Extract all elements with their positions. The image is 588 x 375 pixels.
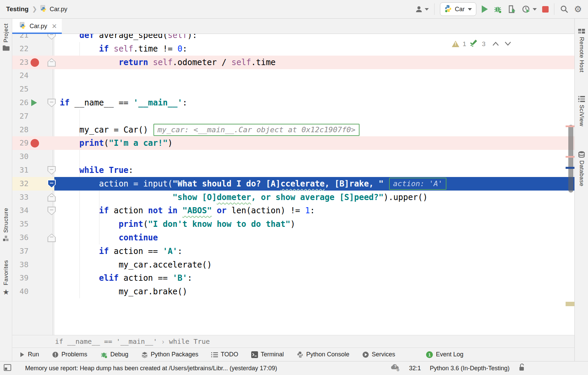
gutter-line-35[interactable]: 35 — [12, 217, 54, 231]
scrollbar-thumb[interactable] — [568, 125, 573, 193]
unlock-icon[interactable] — [518, 363, 525, 373]
code-line-32[interactable]: 32 action = input("What should I do? [A]… — [12, 177, 574, 191]
stripe-button-remote-host[interactable]: Remote Host — [575, 28, 588, 73]
debug-icon[interactable] — [493, 5, 502, 14]
fold-marker-icon[interactable] — [48, 206, 56, 215]
code-line-23[interactable]: 23 return self.odometer / self.time — [12, 56, 574, 69]
code-line-33[interactable]: 33 "show [O]dometer, or show average [S]… — [12, 191, 574, 204]
stripe-button-database[interactable]: Database — [575, 151, 588, 186]
code-line-39[interactable]: 39 elif action == 'B': — [12, 271, 574, 285]
next-problem-icon[interactable] — [504, 40, 511, 48]
code-line-38[interactable]: 38 my_car.accelerate() — [12, 258, 574, 272]
fold-marker-icon[interactable] — [48, 34, 56, 40]
stop-icon[interactable] — [542, 6, 549, 13]
breadcrumb-item[interactable]: if __name__ == '__main__' — [55, 337, 157, 346]
inspections-widget[interactable]: 1 3 — [452, 39, 511, 49]
code-editor[interactable]: 21 def average_speed(self):22 if self.ti… — [12, 34, 574, 335]
code-line-29[interactable]: 29 print("I'm a car!") — [12, 136, 574, 150]
breakpoint-icon[interactable] — [31, 139, 39, 147]
code-line-34[interactable]: 34 if action not in "ABOS" or len(action… — [12, 204, 574, 217]
code-line-27[interactable]: 27 — [12, 110, 574, 123]
prev-problem-icon[interactable] — [492, 40, 499, 48]
code-line-36[interactable]: 36 continue — [12, 231, 574, 244]
code-line-35[interactable]: 35 print("I don't know how to do that") — [12, 217, 574, 231]
toolwindow-button-todo[interactable]: TODO — [211, 351, 238, 358]
gutter-line-29[interactable]: 29 — [12, 136, 54, 150]
gutter-line-28[interactable]: 28 — [12, 123, 54, 137]
breadcrumb-item[interactable]: while True — [169, 337, 210, 346]
fold-marker-icon[interactable] — [48, 58, 56, 67]
gutter-line-30[interactable]: 30 — [12, 150, 54, 163]
caret-position[interactable]: 32:1 — [409, 365, 421, 372]
run-configuration-select[interactable]: Car — [440, 2, 476, 16]
code-text: my_car = Car()my_car: <__main__.Car obje… — [54, 123, 574, 137]
stripe-button-structure[interactable]: Structure — [0, 208, 12, 241]
code-line-28[interactable]: 28 my_car = Car()my_car: <__main__.Car o… — [12, 123, 574, 137]
gutter-line-26[interactable]: 26 — [12, 96, 54, 110]
python-interpreter[interactable]: Python 3.6 (In-Depth-Testing) — [430, 365, 510, 372]
code-line-31[interactable]: 31 while True: — [12, 163, 574, 177]
stripe-button-favorites[interactable]: Favorites★ — [0, 260, 12, 296]
run-icon[interactable] — [482, 5, 488, 13]
gutter-line-33[interactable]: 33 — [12, 191, 54, 204]
toolwindow-button-problems[interactable]: Problems — [52, 351, 87, 358]
toolwindow-button-python-console[interactable]: Python Console — [297, 351, 349, 358]
error-stripe-mark[interactable] — [566, 167, 574, 169]
status-message[interactable]: Memory use report: Heap dump has been cr… — [25, 365, 381, 372]
cloud-config-icon[interactable]: ?⚙ — [390, 363, 400, 374]
code-line-30[interactable]: 30 — [12, 150, 574, 163]
settings-gear-icon[interactable]: ⚙ — [574, 5, 582, 14]
error-stripe-mark[interactable] — [566, 156, 574, 158]
gutter-line-32[interactable]: 32 — [12, 177, 54, 191]
toolwindow-button-run[interactable]: Run — [19, 351, 39, 358]
toolwindow-button-debug[interactable]: Debug — [100, 351, 128, 358]
gutter-line-40[interactable]: 40 — [12, 285, 54, 298]
gutter-line-24[interactable]: 24 — [12, 69, 54, 82]
close-icon[interactable]: ✕ — [52, 22, 57, 30]
fold-marker-icon[interactable] — [48, 166, 56, 175]
fold-marker-icon[interactable] — [48, 180, 56, 188]
user-icon[interactable] — [415, 5, 429, 13]
error-stripe-mark[interactable] — [566, 125, 574, 127]
svg-text:⚙: ⚙ — [396, 368, 400, 372]
code-line-26[interactable]: 26if __name__ == '__main__': — [12, 96, 574, 110]
toolwindow-button-terminal[interactable]: Terminal — [251, 351, 284, 358]
gutter-line-39[interactable]: 39 — [12, 271, 54, 285]
run-line-icon[interactable] — [31, 99, 37, 106]
gutter-line-38[interactable]: 38 — [12, 258, 54, 272]
fold-marker-icon[interactable] — [48, 99, 56, 107]
breakpoint-icon[interactable] — [31, 58, 39, 67]
stripe-button-project[interactable]: Project — [0, 23, 12, 51]
line-number: 26 — [13, 96, 29, 110]
gutter-line-31[interactable]: 31 — [12, 163, 54, 177]
line-number: 22 — [13, 42, 29, 56]
toolwindow-button-python-packages[interactable]: Python Packages — [141, 351, 198, 358]
toolwindow-toggle-icon[interactable] — [3, 363, 12, 373]
gutter-line-22[interactable]: 22 — [12, 42, 54, 56]
coverage-icon[interactable] — [508, 5, 516, 14]
fold-marker-icon[interactable] — [48, 234, 56, 242]
tab-car-py[interactable]: Car.py ✕ — [12, 19, 62, 34]
gutter-line-23[interactable]: 23 — [12, 56, 54, 69]
line-number: 27 — [13, 110, 29, 123]
code-text: continue — [54, 231, 574, 244]
gutter-line-25[interactable]: 25 — [12, 82, 54, 96]
warning-stripe-mark[interactable] — [566, 302, 574, 306]
fold-marker-icon[interactable] — [48, 193, 56, 202]
gutter-line-34[interactable]: 34 — [12, 204, 54, 217]
breadcrumb-project[interactable]: Testing — [6, 5, 29, 13]
code-line-40[interactable]: 40 my_car.brake() — [12, 285, 574, 298]
stripe-button-sciview[interactable]: SciView — [575, 96, 588, 126]
gutter-line-21[interactable]: 21 — [12, 34, 54, 42]
code-line-25[interactable]: 25 — [12, 82, 574, 96]
breadcrumb-file[interactable]: Car.py — [40, 5, 67, 14]
gutter-line-36[interactable]: 36 — [12, 231, 54, 244]
profiler-icon[interactable] — [522, 5, 537, 14]
gutter-line-27[interactable]: 27 — [12, 110, 54, 123]
code-line-24[interactable]: 24 — [12, 69, 574, 82]
search-icon[interactable] — [560, 5, 569, 14]
toolwindow-button-services[interactable]: Services — [362, 351, 395, 358]
code-line-37[interactable]: 37 if action == 'A': — [12, 244, 574, 258]
toolwindow-button-event-log[interactable]: 1Event Log — [426, 351, 463, 358]
gutter-line-37[interactable]: 37 — [12, 244, 54, 258]
